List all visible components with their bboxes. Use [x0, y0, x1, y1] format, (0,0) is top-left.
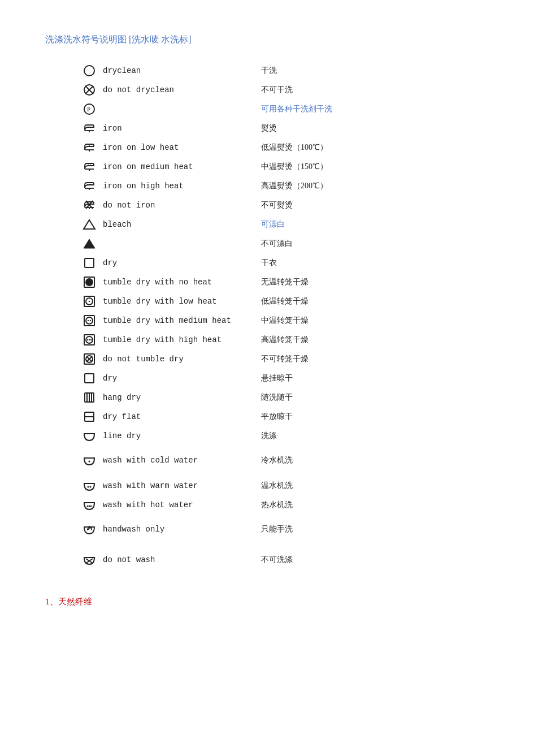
- svg-point-35: [90, 320, 91, 321]
- cold-wash-icon: [79, 453, 99, 467]
- symbol-zh: 干洗: [261, 66, 277, 76]
- list-item: iron 熨烫: [79, 119, 489, 137]
- basin-empty-icon: [79, 429, 99, 443]
- symbol-en: wash with cold water: [103, 456, 261, 465]
- iron-medium-icon: [79, 160, 99, 174]
- hot-wash-icon: [79, 498, 99, 512]
- list-item: tumble dry with low heat 低温转笼干燥: [79, 292, 489, 310]
- tumble-dry-medium-icon: [79, 314, 99, 327]
- list-item: do not tumble dry 不可转笼干燥: [79, 350, 489, 368]
- svg-point-19: [90, 184, 92, 185]
- dry-icon: [79, 256, 99, 270]
- dry-flat-icon: [79, 410, 99, 424]
- symbol-en: tumble dry with high heat: [103, 335, 261, 344]
- symbol-en: tumble dry with low heat: [103, 297, 261, 306]
- list-item: bleach 可漂白: [79, 215, 489, 234]
- svg-point-33: [86, 317, 93, 324]
- list-item: dryclean 干洗: [79, 62, 489, 80]
- symbol-zh: 不可转笼干燥: [261, 354, 309, 364]
- list-item: wash with cold water 冷水机洗: [79, 446, 489, 474]
- symbol-zh: 不可干洗: [261, 85, 293, 95]
- svg-point-61: [90, 506, 92, 507]
- list-item: hang dry 随洗随干: [79, 388, 489, 407]
- svg-point-31: [89, 301, 90, 302]
- svg-point-18: [89, 184, 90, 185]
- symbol-zh: 低温转笼干燥: [261, 296, 309, 306]
- symbol-en: tumble dry with no heat: [103, 278, 261, 287]
- list-item: wash with hot water 热水机洗: [79, 496, 489, 514]
- symbols-table: dryclean 干洗 do not dryclean 不可干洗 P 可用各种干…: [79, 62, 489, 574]
- symbol-en: bleach: [103, 220, 261, 229]
- symbol-en: line dry: [103, 431, 261, 440]
- bleach-icon: [79, 218, 99, 231]
- svg-point-28: [86, 279, 93, 286]
- list-item: tumble dry with no heat 无温转笼干燥: [79, 273, 489, 291]
- symbol-zh: 低温熨烫（100℃）: [261, 142, 328, 153]
- svg-point-40: [90, 339, 92, 340]
- symbol-en: handwash only: [103, 525, 261, 534]
- symbol-zh: 只能手洗: [261, 524, 293, 534]
- handwash-icon: [79, 522, 99, 536]
- list-item: wash with warm water 温水机洗: [79, 477, 489, 495]
- symbol-zh: 中温熨烫（150℃）: [261, 162, 328, 172]
- tumble-dry-high-icon: [79, 333, 99, 347]
- symbol-en: iron on low heat: [103, 143, 261, 152]
- list-item: P 可用各种干洗剂干洗: [79, 100, 489, 118]
- iron-icon: [79, 122, 99, 135]
- symbol-zh: 悬挂晾干: [261, 373, 293, 383]
- tumble-dry-no-heat-icon: [79, 275, 99, 289]
- list-item: line dry 洗涤: [79, 427, 489, 445]
- symbol-en: dryclean: [103, 66, 261, 75]
- symbol-zh: 中温转笼干燥: [261, 316, 309, 326]
- list-item: handwash only 只能手洗: [79, 515, 489, 543]
- list-item: dry 悬挂晾干: [79, 369, 489, 387]
- symbol-en: dry: [103, 374, 261, 383]
- symbol-en: do not dryclean: [103, 85, 261, 94]
- symbol-en: iron on medium heat: [103, 162, 261, 171]
- symbol-en: do not iron: [103, 201, 261, 210]
- list-item: iron on high heat 高温熨烫（200℃）: [79, 177, 489, 195]
- symbol-zh: 随洗随干: [261, 392, 293, 403]
- svg-point-38: [87, 339, 88, 340]
- list-item: tumble dry with medium heat 中温转笼干燥: [79, 312, 489, 330]
- symbol-zh: 可漂白: [261, 219, 285, 230]
- symbol-zh: 平放晾干: [261, 412, 293, 422]
- symbol-zh: 温水机洗: [261, 481, 293, 491]
- svg-rect-45: [85, 374, 94, 383]
- svg-point-0: [84, 66, 94, 76]
- circle-p-icon: P: [79, 102, 99, 116]
- warm-wash-icon: [79, 479, 99, 493]
- svg-point-57: [90, 486, 92, 488]
- hang-dry-icon: [79, 391, 99, 404]
- svg-point-34: [88, 320, 89, 321]
- list-item: 不可漂白: [79, 235, 489, 253]
- symbol-zh: 不可熨烫: [261, 200, 293, 210]
- section-title-1: 1、天然纤维: [45, 597, 489, 607]
- list-item: do not iron 不可熨烫: [79, 196, 489, 214]
- list-item: iron on medium heat 中温熨烫（150℃）: [79, 158, 489, 176]
- symbol-zh: 高温转笼干燥: [261, 335, 309, 345]
- list-item: dry flat 平放晾干: [79, 408, 489, 426]
- svg-point-13: [88, 165, 89, 166]
- symbol-zh: 冷水机洗: [261, 455, 293, 465]
- no-iron-icon: [79, 198, 99, 212]
- symbol-en: iron: [103, 124, 261, 133]
- svg-rect-26: [85, 258, 94, 267]
- no-dryclean-icon: [79, 83, 99, 97]
- symbol-zh: 不可洗涤: [261, 555, 293, 565]
- list-item: do not wash 不可洗涤: [79, 546, 489, 574]
- dryclean-icon: [79, 64, 99, 77]
- svg-point-56: [88, 486, 89, 488]
- symbol-en: wash with warm water: [103, 481, 261, 490]
- svg-point-59: [87, 506, 89, 507]
- symbol-en: iron on high heat: [103, 182, 261, 191]
- symbol-en: hang dry: [103, 393, 261, 402]
- svg-point-17: [87, 184, 88, 185]
- svg-text:P: P: [87, 106, 90, 113]
- symbol-zh: 洗涤: [261, 431, 277, 441]
- symbol-zh: 干衣: [261, 258, 277, 268]
- symbol-en: do not wash: [103, 555, 261, 564]
- svg-point-14: [90, 165, 91, 166]
- svg-point-60: [89, 506, 90, 507]
- symbol-en: do not tumble dry: [103, 355, 261, 364]
